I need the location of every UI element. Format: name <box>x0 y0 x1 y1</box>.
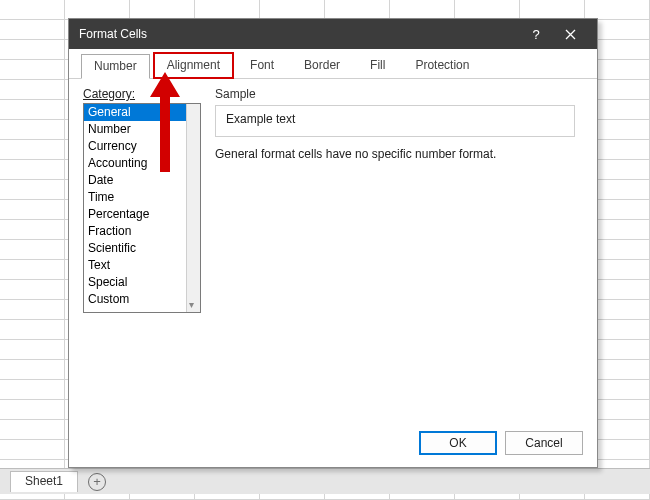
listbox-scrollbar[interactable] <box>186 104 200 312</box>
list-item[interactable]: Accounting <box>84 155 200 172</box>
list-item[interactable]: Fraction <box>84 223 200 240</box>
tab-border[interactable]: Border <box>291 53 353 78</box>
list-item[interactable]: Text <box>84 257 200 274</box>
tab-strip: Number Alignment Font Border Fill Protec… <box>69 49 597 79</box>
tab-protection[interactable]: Protection <box>402 53 482 78</box>
help-button[interactable]: ? <box>519 19 553 49</box>
sample-label: Sample <box>215 87 583 101</box>
category-listbox[interactable]: General Number Currency Accounting Date … <box>83 103 201 313</box>
list-item[interactable]: Currency <box>84 138 200 155</box>
tab-fill[interactable]: Fill <box>357 53 398 78</box>
list-item[interactable]: Custom <box>84 291 200 308</box>
dialog-title: Format Cells <box>79 27 147 41</box>
list-item[interactable]: Date <box>84 172 200 189</box>
close-button[interactable] <box>553 19 587 49</box>
sheet-tab-sheet1[interactable]: Sheet1 <box>10 471 78 492</box>
format-cells-dialog: Format Cells ? Number Alignment Font Bor… <box>68 18 598 468</box>
list-item[interactable]: Scientific <box>84 240 200 257</box>
dialog-titlebar: Format Cells ? <box>69 19 597 49</box>
list-item[interactable]: Special <box>84 274 200 291</box>
cancel-button[interactable]: Cancel <box>505 431 583 455</box>
list-item[interactable]: Time <box>84 189 200 206</box>
add-sheet-button[interactable]: + <box>88 473 106 491</box>
ok-button[interactable]: OK <box>419 431 497 455</box>
list-item[interactable]: Percentage <box>84 206 200 223</box>
list-item[interactable]: General <box>84 104 200 121</box>
category-label: Category: <box>83 87 203 101</box>
format-description: General format cells have no specific nu… <box>215 147 583 161</box>
tab-font[interactable]: Font <box>237 53 287 78</box>
list-item[interactable]: Number <box>84 121 200 138</box>
tab-number[interactable]: Number <box>81 54 150 79</box>
tab-alignment[interactable]: Alignment <box>154 53 233 78</box>
sample-box: Example text <box>215 105 575 137</box>
